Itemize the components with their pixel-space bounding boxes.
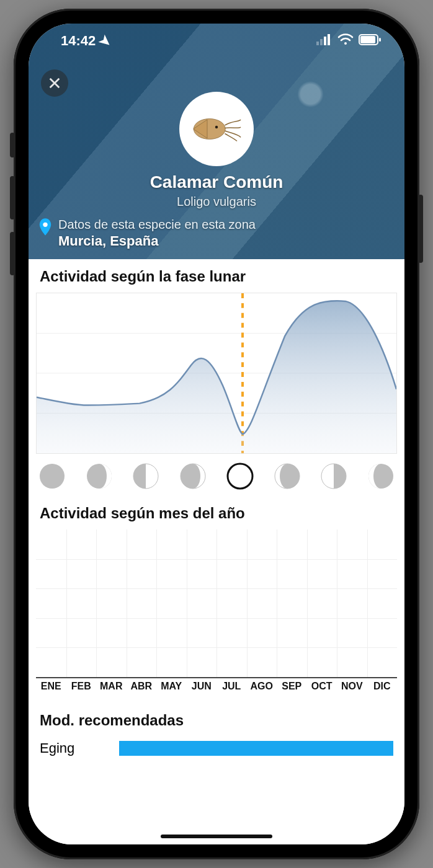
location-hint: Datos de esta especie en esta zona bbox=[58, 217, 256, 232]
phone-frame: 14:42 ➤ bbox=[14, 9, 419, 859]
mods-title: Mod. recomendadas bbox=[29, 693, 404, 734]
svg-point-20 bbox=[228, 464, 252, 489]
mod-bar bbox=[119, 741, 393, 756]
svg-point-4 bbox=[344, 42, 347, 45]
mod-row[interactable]: Eging bbox=[29, 734, 404, 756]
mods-list: Eging bbox=[29, 734, 404, 756]
month-label: MAY bbox=[156, 678, 187, 692]
svg-point-9 bbox=[215, 126, 218, 129]
species-avatar bbox=[179, 92, 254, 166]
squid-icon bbox=[189, 110, 244, 148]
lunar-chart bbox=[36, 293, 397, 454]
month-chart: ENEFEBMARABRMAYJUNJULAGOSEPOCTNOVDIC bbox=[36, 529, 397, 692]
content[interactable]: Actividad según la fase lunar bbox=[29, 259, 404, 844]
svg-rect-7 bbox=[379, 38, 381, 42]
mute-switch bbox=[10, 133, 15, 157]
moon-phase-waxing-gibbous[interactable] bbox=[179, 463, 207, 490]
svg-rect-1 bbox=[320, 39, 323, 45]
battery-icon bbox=[359, 33, 381, 49]
location-name: Murcia, España bbox=[58, 232, 256, 250]
month-label: JUN bbox=[187, 678, 217, 692]
moon-phase-row bbox=[29, 458, 404, 496]
lunar-area-svg bbox=[37, 293, 396, 453]
species-name: Calamar Común bbox=[29, 172, 404, 192]
month-label: OCT bbox=[307, 678, 337, 692]
svg-point-14 bbox=[40, 464, 65, 489]
month-label: SEP bbox=[277, 678, 307, 692]
lunar-area bbox=[37, 301, 396, 453]
month-label: NOV bbox=[337, 678, 367, 692]
month-title: Actividad según mes del año bbox=[29, 496, 404, 527]
moon-phase-waning-crescent[interactable] bbox=[367, 463, 395, 490]
svg-rect-6 bbox=[360, 36, 375, 43]
svg-rect-3 bbox=[328, 34, 330, 45]
cellular-icon bbox=[316, 33, 333, 49]
volume-down bbox=[10, 232, 15, 275]
location-services-icon: ➤ bbox=[96, 31, 115, 50]
svg-point-10 bbox=[43, 223, 47, 227]
month-label: MAR bbox=[96, 678, 127, 692]
close-button[interactable] bbox=[41, 69, 68, 97]
power-button bbox=[418, 195, 423, 263]
lunar-title: Actividad según la fase lunar bbox=[29, 259, 404, 290]
mod-name: Eging bbox=[40, 740, 108, 756]
location-row[interactable]: Datos de esta especie en esta zona Murci… bbox=[38, 217, 395, 250]
home-indicator[interactable] bbox=[161, 835, 272, 838]
moon-phase-waning-gibbous[interactable] bbox=[274, 463, 301, 490]
svg-rect-2 bbox=[324, 37, 326, 45]
month-label: JUL bbox=[216, 678, 247, 692]
month-label: FEB bbox=[66, 678, 97, 692]
month-label: AGO bbox=[247, 678, 277, 692]
species-latin: Loligo vulgaris bbox=[29, 195, 404, 209]
month-label: ENE bbox=[36, 678, 66, 692]
close-icon bbox=[48, 76, 61, 90]
pin-icon bbox=[38, 218, 52, 236]
wifi-icon bbox=[337, 33, 354, 49]
moon-phase-last-quarter[interactable] bbox=[320, 463, 347, 490]
month-label: ABR bbox=[127, 678, 157, 692]
species-hero: Calamar Común Loligo vulgaris Datos de e… bbox=[29, 24, 404, 259]
moon-phase-first-quarter[interactable] bbox=[132, 463, 159, 490]
svg-rect-0 bbox=[316, 42, 319, 45]
status-time: 14:42 bbox=[61, 33, 96, 49]
screen: 14:42 ➤ bbox=[29, 24, 404, 844]
volume-up bbox=[10, 176, 15, 219]
moon-phase-waxing-crescent[interactable] bbox=[86, 463, 113, 490]
moon-phase-full[interactable] bbox=[226, 463, 254, 490]
moon-phase-new[interactable] bbox=[38, 463, 66, 490]
month-label: DIC bbox=[367, 678, 398, 692]
status-bar: 14:42 ➤ bbox=[29, 24, 404, 58]
